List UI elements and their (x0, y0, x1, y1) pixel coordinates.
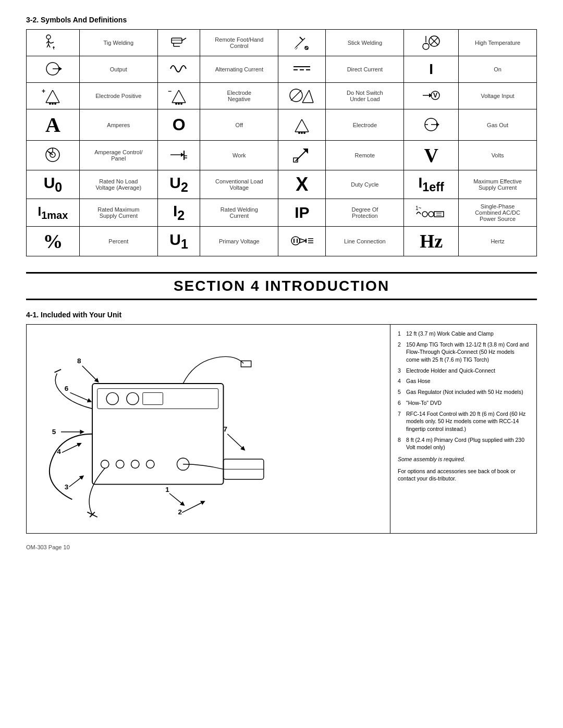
label-u0: Rated No LoadVoltage (Average) (79, 170, 157, 199)
label-elec-neg: ElectrodeNegative (200, 83, 278, 109)
label-remote-foot: Remote Foot/HandControl (200, 30, 278, 56)
label-output: Output (79, 56, 157, 83)
svg-text:−: − (168, 88, 172, 95)
symbol-remote-foot (157, 30, 200, 56)
list-item-5: 5 Gas Regulator (Not included with 50 Hz… (398, 388, 529, 396)
symbol-u1: U1 (157, 227, 200, 256)
label-dc: Direct Current (326, 56, 404, 83)
symbol-i1max: I1max (27, 199, 80, 227)
svg-line-15 (296, 38, 305, 47)
svg-line-103 (69, 477, 82, 487)
label-hz: Hertz (459, 227, 537, 256)
symbol-electrode (278, 109, 326, 141)
label-work: Work (200, 141, 278, 170)
symbol-amp-control (27, 141, 80, 170)
svg-line-35 (46, 90, 53, 103)
page-footer: OM-303 Page 10 (26, 544, 537, 550)
symbol-do-not-switch (278, 83, 326, 109)
symbol-output (27, 56, 80, 83)
svg-point-47 (180, 103, 182, 105)
symbol-remote (278, 141, 326, 170)
svg-point-45 (175, 103, 177, 105)
label-tig: Tig Welding (79, 30, 157, 56)
svg-line-95 (82, 366, 97, 381)
svg-point-39 (52, 103, 54, 105)
unit-note-1: Some assembly is required. (398, 455, 529, 463)
svg-text:8: 8 (77, 357, 81, 365)
svg-line-123 (90, 512, 95, 517)
svg-point-38 (49, 103, 51, 105)
svg-line-107 (169, 493, 183, 504)
label-i1max: Rated MaximumSupply Current (79, 199, 157, 227)
svg-text:2: 2 (178, 508, 182, 516)
unit-list: 1 12 ft (3.7 m) Work Cable and Clamp 2 1… (390, 325, 536, 533)
symbol-elec-neg: − (157, 83, 200, 109)
svg-point-86 (291, 237, 300, 245)
label-on: On (459, 56, 537, 83)
svg-text:5: 5 (52, 428, 56, 436)
symbol-on: I (404, 56, 459, 83)
svg-point-61 (301, 132, 303, 134)
label-u1: Primary Voltage (200, 227, 278, 256)
svg-point-60 (298, 132, 300, 134)
svg-line-101 (62, 444, 80, 452)
label-do-not-switch: Do Not SwitchUnder Load (326, 83, 404, 109)
svg-text:+: + (42, 88, 45, 95)
list-item-4: 4 Gas Hose (398, 377, 529, 385)
svg-rect-10 (172, 38, 182, 43)
unit-note-2: For options and accessories see back of … (398, 467, 529, 483)
list-item-8: 8 8 ft (2.4 m) Primary Cord (Plug suppli… (398, 436, 529, 451)
svg-line-109 (182, 502, 203, 512)
label-remote: Remote (326, 141, 404, 170)
label-off: Off (200, 109, 278, 141)
svg-line-50 (302, 90, 309, 103)
symbol-work (157, 141, 200, 170)
svg-line-49 (291, 90, 301, 101)
symbol-amperes: A (27, 109, 80, 141)
label-voltage-input: Voltage Input (459, 83, 537, 109)
section-32-heading: 3-2. Symbols And Definitions (26, 16, 537, 24)
label-x: Duty Cycle (326, 170, 404, 199)
unit-box: 8 6 5 4 3 7 1 2 (26, 324, 537, 534)
symbol-dc (278, 56, 326, 83)
symbol-i2: I2 (157, 199, 200, 227)
svg-point-117 (131, 460, 139, 468)
svg-rect-125 (241, 361, 251, 367)
symbol-i1eff: I1eff (404, 170, 459, 199)
list-item-3: 3 Electrode Holder and Quick-Connect (398, 367, 529, 375)
svg-point-113 (127, 392, 139, 404)
symbol-volts: V (404, 141, 459, 170)
svg-line-43 (179, 90, 186, 103)
section-41-heading: 4-1. Included with Your Unit (26, 311, 537, 319)
symbol-ac (157, 56, 200, 83)
unit-diagram: 8 6 5 4 3 7 1 2 (27, 325, 390, 533)
svg-line-19 (295, 46, 297, 48)
svg-line-6 (51, 42, 54, 43)
symbol-hz: Hz (404, 227, 459, 256)
svg-point-40 (54, 103, 56, 105)
label-amp-control: Amperage Control/Panel (79, 141, 157, 170)
svg-marker-65 (436, 122, 439, 127)
label-i1eff: Maximum EffectiveSupply Current (459, 170, 537, 199)
svg-point-62 (303, 132, 305, 134)
symbol-gas-out (404, 109, 459, 141)
list-item-7: 7 RFC-14 Foot Control with 20 ft (6 m) C… (398, 410, 529, 433)
label-line-conn: Line Connection (326, 227, 404, 256)
symbol-stick (278, 30, 326, 56)
svg-line-4 (47, 44, 48, 47)
symbol-x: X (278, 170, 326, 199)
symbol-voltage-input: V (404, 83, 459, 109)
symbol-single-phase: 1~ (404, 199, 459, 227)
svg-marker-89 (300, 239, 306, 243)
svg-line-36 (53, 90, 59, 103)
label-volts: Volts (459, 141, 537, 170)
label-amperes: Amperes (79, 109, 157, 141)
svg-point-115 (101, 460, 108, 468)
svg-line-124 (55, 369, 62, 373)
svg-point-116 (116, 460, 124, 468)
list-item-6: 6 "How-To" DVD (398, 399, 529, 407)
svg-text:1~: 1~ (415, 205, 422, 211)
svg-line-12 (182, 38, 186, 41)
svg-line-51 (309, 90, 313, 103)
svg-rect-110 (92, 384, 223, 484)
